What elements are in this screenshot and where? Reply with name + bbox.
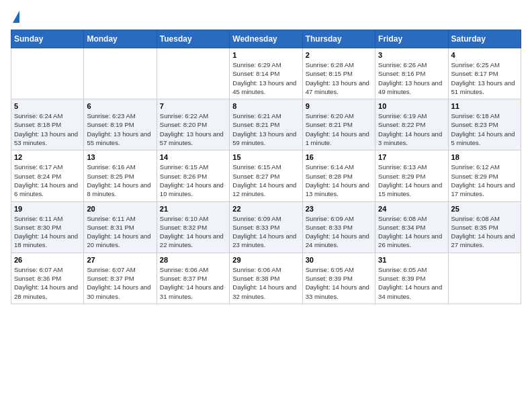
calendar-cell: 8Sunrise: 6:21 AM Sunset: 8:21 PM Daylig… (230, 99, 302, 150)
calendar-cell (157, 48, 229, 99)
day-number: 19 (14, 205, 81, 213)
calendar-cell: 26Sunrise: 6:07 AM Sunset: 8:36 PM Dayli… (11, 253, 84, 304)
day-info-text: Sunrise: 6:11 AM Sunset: 8:31 PM Dayligh… (87, 214, 153, 250)
day-info-text: Sunrise: 6:06 AM Sunset: 8:38 PM Dayligh… (232, 265, 299, 301)
calendar-table: SundayMondayTuesdayWednesdayThursdayFrid… (11, 30, 521, 304)
day-info-text: Sunrise: 6:26 AM Sunset: 8:16 PM Dayligh… (378, 60, 445, 96)
calendar-week-row: 1Sunrise: 6:29 AM Sunset: 8:14 PM Daylig… (11, 48, 521, 99)
day-info-text: Sunrise: 6:21 AM Sunset: 8:21 PM Dayligh… (232, 111, 299, 147)
calendar-cell: 12Sunrise: 6:17 AM Sunset: 8:24 PM Dayli… (11, 150, 84, 201)
day-number: 3 (378, 51, 445, 59)
day-header-wednesday: Wednesday (230, 30, 302, 48)
logo (11, 11, 19, 24)
day-header-thursday: Thursday (302, 30, 375, 48)
day-number: 7 (160, 102, 226, 110)
day-info-text: Sunrise: 6:15 AM Sunset: 8:27 PM Dayligh… (232, 163, 299, 198)
day-info-text: Sunrise: 6:18 AM Sunset: 8:23 PM Dayligh… (451, 111, 518, 147)
calendar-cell: 23Sunrise: 6:09 AM Sunset: 8:33 PM Dayli… (302, 201, 375, 253)
day-info-text: Sunrise: 6:25 AM Sunset: 8:17 PM Dayligh… (451, 60, 518, 96)
calendar-cell (11, 48, 84, 99)
calendar-cell: 25Sunrise: 6:08 AM Sunset: 8:35 PM Dayli… (448, 201, 521, 253)
day-header-saturday: Saturday (448, 30, 521, 48)
day-number: 27 (87, 256, 153, 264)
calendar-cell: 9Sunrise: 6:20 AM Sunset: 8:21 PM Daylig… (302, 99, 375, 150)
day-number: 22 (232, 205, 299, 213)
day-number: 21 (160, 205, 226, 213)
calendar-cell: 28Sunrise: 6:06 AM Sunset: 8:37 PM Dayli… (157, 253, 229, 304)
calendar-cell (84, 48, 157, 99)
day-info-text: Sunrise: 6:05 AM Sunset: 8:39 PM Dayligh… (378, 265, 445, 301)
day-header-tuesday: Tuesday (157, 30, 229, 48)
calendar-cell: 1Sunrise: 6:29 AM Sunset: 8:14 PM Daylig… (230, 48, 302, 99)
day-number: 6 (87, 102, 153, 110)
calendar-cell: 27Sunrise: 6:07 AM Sunset: 8:37 PM Dayli… (84, 253, 157, 304)
calendar-cell: 16Sunrise: 6:14 AM Sunset: 8:28 PM Dayli… (302, 150, 375, 201)
calendar-cell: 4Sunrise: 6:25 AM Sunset: 8:17 PM Daylig… (448, 48, 521, 99)
day-number: 20 (87, 205, 153, 213)
day-number: 14 (160, 153, 226, 161)
day-number: 12 (14, 153, 81, 161)
day-number: 25 (451, 205, 518, 213)
calendar-week-row: 26Sunrise: 6:07 AM Sunset: 8:36 PM Dayli… (11, 253, 521, 304)
day-info-text: Sunrise: 6:09 AM Sunset: 8:33 PM Dayligh… (232, 214, 299, 250)
day-info-text: Sunrise: 6:07 AM Sunset: 8:36 PM Dayligh… (14, 265, 81, 301)
day-info-text: Sunrise: 6:29 AM Sunset: 8:14 PM Dayligh… (232, 60, 299, 96)
day-info-text: Sunrise: 6:08 AM Sunset: 8:34 PM Dayligh… (378, 214, 445, 250)
calendar-week-row: 5Sunrise: 6:24 AM Sunset: 8:18 PM Daylig… (11, 99, 521, 150)
day-info-text: Sunrise: 6:10 AM Sunset: 8:32 PM Dayligh… (160, 214, 226, 250)
day-number: 9 (306, 102, 372, 110)
day-number: 2 (306, 51, 372, 59)
day-info-text: Sunrise: 6:16 AM Sunset: 8:25 PM Dayligh… (87, 163, 153, 198)
calendar-cell: 3Sunrise: 6:26 AM Sunset: 8:16 PM Daylig… (375, 48, 448, 99)
day-number: 31 (378, 256, 445, 264)
day-number: 5 (14, 102, 81, 110)
day-info-text: Sunrise: 6:08 AM Sunset: 8:35 PM Dayligh… (451, 214, 518, 250)
calendar-cell (448, 253, 521, 304)
calendar-cell: 24Sunrise: 6:08 AM Sunset: 8:34 PM Dayli… (375, 201, 448, 253)
day-header-friday: Friday (375, 30, 448, 48)
day-header-monday: Monday (84, 30, 157, 48)
day-number: 1 (232, 51, 299, 59)
calendar-cell: 7Sunrise: 6:22 AM Sunset: 8:20 PM Daylig… (157, 99, 229, 150)
day-info-text: Sunrise: 6:23 AM Sunset: 8:19 PM Dayligh… (87, 111, 153, 147)
calendar-week-row: 12Sunrise: 6:17 AM Sunset: 8:24 PM Dayli… (11, 150, 521, 201)
calendar-cell: 5Sunrise: 6:24 AM Sunset: 8:18 PM Daylig… (11, 99, 84, 150)
day-number: 24 (378, 205, 445, 213)
day-info-text: Sunrise: 6:06 AM Sunset: 8:37 PM Dayligh… (160, 265, 226, 301)
day-info-text: Sunrise: 6:09 AM Sunset: 8:33 PM Dayligh… (306, 214, 372, 250)
calendar-cell: 2Sunrise: 6:28 AM Sunset: 8:15 PM Daylig… (302, 48, 375, 99)
calendar-cell: 18Sunrise: 6:12 AM Sunset: 8:29 PM Dayli… (448, 150, 521, 201)
header (11, 11, 521, 24)
day-info-text: Sunrise: 6:15 AM Sunset: 8:26 PM Dayligh… (160, 163, 226, 198)
day-info-text: Sunrise: 6:05 AM Sunset: 8:39 PM Dayligh… (306, 265, 372, 301)
calendar-cell: 17Sunrise: 6:13 AM Sunset: 8:29 PM Dayli… (375, 150, 448, 201)
day-info-text: Sunrise: 6:07 AM Sunset: 8:37 PM Dayligh… (87, 265, 153, 301)
day-info-text: Sunrise: 6:22 AM Sunset: 8:20 PM Dayligh… (160, 111, 226, 147)
day-number: 17 (378, 153, 445, 161)
calendar-cell: 15Sunrise: 6:15 AM Sunset: 8:27 PM Dayli… (230, 150, 302, 201)
day-number: 28 (160, 256, 226, 264)
calendar-header-row: SundayMondayTuesdayWednesdayThursdayFrid… (11, 30, 521, 48)
day-number: 23 (306, 205, 372, 213)
day-number: 15 (232, 153, 299, 161)
calendar-cell: 30Sunrise: 6:05 AM Sunset: 8:39 PM Dayli… (302, 253, 375, 304)
day-info-text: Sunrise: 6:19 AM Sunset: 8:22 PM Dayligh… (378, 111, 445, 147)
day-number: 29 (232, 256, 299, 264)
day-number: 4 (451, 51, 518, 59)
calendar-cell: 14Sunrise: 6:15 AM Sunset: 8:26 PM Dayli… (157, 150, 229, 201)
day-info-text: Sunrise: 6:14 AM Sunset: 8:28 PM Dayligh… (306, 163, 372, 198)
day-number: 8 (232, 102, 299, 110)
day-info-text: Sunrise: 6:24 AM Sunset: 8:18 PM Dayligh… (14, 111, 81, 147)
calendar-cell: 21Sunrise: 6:10 AM Sunset: 8:32 PM Dayli… (157, 201, 229, 253)
calendar-cell: 22Sunrise: 6:09 AM Sunset: 8:33 PM Dayli… (230, 201, 302, 253)
calendar-cell: 10Sunrise: 6:19 AM Sunset: 8:22 PM Dayli… (375, 99, 448, 150)
calendar-cell: 11Sunrise: 6:18 AM Sunset: 8:23 PM Dayli… (448, 99, 521, 150)
day-number: 30 (306, 256, 372, 264)
day-number: 11 (451, 102, 518, 110)
day-info-text: Sunrise: 6:11 AM Sunset: 8:30 PM Dayligh… (14, 214, 81, 250)
calendar-cell: 13Sunrise: 6:16 AM Sunset: 8:25 PM Dayli… (84, 150, 157, 201)
calendar-cell: 29Sunrise: 6:06 AM Sunset: 8:38 PM Dayli… (230, 253, 302, 304)
calendar-cell: 31Sunrise: 6:05 AM Sunset: 8:39 PM Dayli… (375, 253, 448, 304)
calendar-cell: 19Sunrise: 6:11 AM Sunset: 8:30 PM Dayli… (11, 201, 84, 253)
day-info-text: Sunrise: 6:28 AM Sunset: 8:15 PM Dayligh… (306, 60, 372, 96)
